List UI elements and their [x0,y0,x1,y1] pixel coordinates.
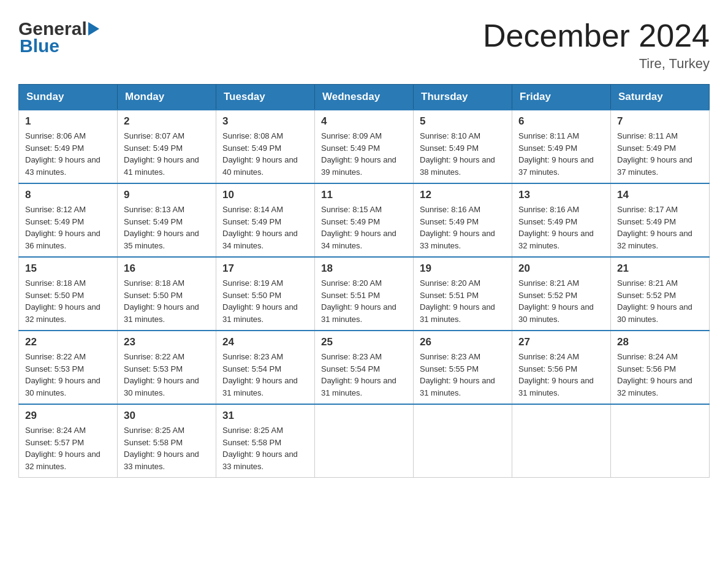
calendar-cell: 7 Sunrise: 8:11 AM Sunset: 5:49 PM Dayli… [611,110,710,183]
calendar-week-5: 29 Sunrise: 8:24 AM Sunset: 5:57 PM Dayl… [19,404,710,478]
day-number: 31 [222,410,308,422]
calendar-cell: 25 Sunrise: 8:23 AM Sunset: 5:54 PM Dayl… [315,331,414,404]
sunset: Sunset: 5:49 PM [321,144,380,153]
sunrise: Sunrise: 8:10 AM [420,131,480,140]
sunset: Sunset: 5:49 PM [518,217,577,226]
day-info: Sunrise: 8:18 AM Sunset: 5:50 PM Dayligh… [25,277,111,325]
calendar-cell [414,404,512,478]
day-info: Sunrise: 8:13 AM Sunset: 5:49 PM Dayligh… [124,204,210,251]
day-info: Sunrise: 8:17 AM Sunset: 5:49 PM Dayligh… [617,204,703,251]
sunset: Sunset: 5:56 PM [518,364,577,373]
calendar-week-4: 22 Sunrise: 8:22 AM Sunset: 5:53 PM Dayl… [19,331,710,404]
day-number: 27 [518,336,604,348]
calendar-week-1: 1 Sunrise: 8:06 AM Sunset: 5:49 PM Dayli… [19,110,710,183]
calendar-header-tuesday: Tuesday [216,85,315,110]
calendar-cell: 2 Sunrise: 8:07 AM Sunset: 5:49 PM Dayli… [118,110,216,183]
sunrise: Sunrise: 8:20 AM [321,278,382,288]
daylight: Daylight: 9 hours and 37 minutes. [617,155,692,177]
calendar-week-3: 15 Sunrise: 8:18 AM Sunset: 5:50 PM Dayl… [19,257,710,331]
calendar-cell: 8 Sunrise: 8:12 AM Sunset: 5:49 PM Dayli… [19,183,118,257]
day-number: 9 [124,189,210,201]
sunrise: Sunrise: 8:14 AM [222,205,283,214]
sunrise: Sunrise: 8:21 AM [617,278,678,288]
calendar-cell: 30 Sunrise: 8:25 AM Sunset: 5:58 PM Dayl… [118,404,216,478]
sunrise: Sunrise: 8:22 AM [124,352,184,361]
sunrise: Sunrise: 8:16 AM [420,205,480,214]
sunset: Sunset: 5:58 PM [222,438,281,447]
daylight: Daylight: 9 hours and 40 minutes. [222,155,298,177]
svg-marker-0 [88,22,99,36]
day-number: 6 [518,115,604,128]
daylight: Daylight: 9 hours and 31 minutes. [321,302,396,324]
calendar-header-monday: Monday [118,85,216,110]
calendar-header-sunday: Sunday [19,85,118,110]
logo: General Blue [18,18,100,56]
day-number: 20 [518,262,604,275]
sunrise: Sunrise: 8:25 AM [124,426,184,435]
calendar-header-thursday: Thursday [414,85,512,110]
calendar-cell: 24 Sunrise: 8:23 AM Sunset: 5:54 PM Dayl… [216,331,315,404]
calendar-table: SundayMondayTuesdayWednesdayThursdayFrid… [18,84,710,478]
day-number: 7 [617,115,703,128]
logo-triangle-icon [88,22,99,36]
calendar-cell: 11 Sunrise: 8:15 AM Sunset: 5:49 PM Dayl… [315,183,414,257]
calendar-cell: 31 Sunrise: 8:25 AM Sunset: 5:58 PM Dayl… [216,404,315,478]
daylight: Daylight: 9 hours and 35 minutes. [124,229,199,250]
calendar-cell [315,404,414,478]
day-info: Sunrise: 8:15 AM Sunset: 5:49 PM Dayligh… [321,204,407,251]
sunset: Sunset: 5:49 PM [222,217,281,226]
sunrise: Sunrise: 8:17 AM [617,205,678,214]
calendar-cell: 13 Sunrise: 8:16 AM Sunset: 5:49 PM Dayl… [512,183,611,257]
calendar-cell: 28 Sunrise: 8:24 AM Sunset: 5:56 PM Dayl… [611,331,710,404]
daylight: Daylight: 9 hours and 32 minutes. [617,229,692,250]
day-info: Sunrise: 8:06 AM Sunset: 5:49 PM Dayligh… [25,130,111,178]
day-info: Sunrise: 8:11 AM Sunset: 5:49 PM Dayligh… [518,130,604,178]
sunset: Sunset: 5:49 PM [25,144,84,153]
sunrise: Sunrise: 8:08 AM [222,131,283,140]
page-header: General Blue December 2024 Tire, Turkey [18,18,710,72]
day-number: 23 [124,336,210,348]
day-info: Sunrise: 8:24 AM Sunset: 5:56 PM Dayligh… [617,351,703,399]
location: Tire, Turkey [483,56,710,72]
daylight: Daylight: 9 hours and 31 minutes. [321,376,396,397]
calendar-cell: 19 Sunrise: 8:20 AM Sunset: 5:51 PM Dayl… [414,257,512,331]
sunrise: Sunrise: 8:24 AM [518,352,579,361]
sunrise: Sunrise: 8:24 AM [25,426,86,435]
calendar-cell: 5 Sunrise: 8:10 AM Sunset: 5:49 PM Dayli… [414,110,512,183]
day-info: Sunrise: 8:16 AM Sunset: 5:49 PM Dayligh… [420,204,506,251]
calendar-cell: 14 Sunrise: 8:17 AM Sunset: 5:49 PM Dayl… [611,183,710,257]
calendar-header-friday: Friday [512,85,611,110]
daylight: Daylight: 9 hours and 32 minutes. [518,229,594,250]
calendar-header-row: SundayMondayTuesdayWednesdayThursdayFrid… [19,85,710,110]
day-info: Sunrise: 8:20 AM Sunset: 5:51 PM Dayligh… [420,277,506,325]
day-number: 14 [617,189,703,201]
sunrise: Sunrise: 8:13 AM [124,205,184,214]
day-number: 30 [124,410,210,422]
daylight: Daylight: 9 hours and 31 minutes. [518,376,594,397]
day-number: 18 [321,262,407,275]
calendar-cell: 21 Sunrise: 8:21 AM Sunset: 5:52 PM Dayl… [611,257,710,331]
day-info: Sunrise: 8:10 AM Sunset: 5:49 PM Dayligh… [420,130,506,178]
day-info: Sunrise: 8:25 AM Sunset: 5:58 PM Dayligh… [222,424,308,472]
daylight: Daylight: 9 hours and 34 minutes. [321,229,396,250]
day-info: Sunrise: 8:22 AM Sunset: 5:53 PM Dayligh… [124,351,210,399]
day-info: Sunrise: 8:21 AM Sunset: 5:52 PM Dayligh… [617,277,703,325]
calendar-cell: 27 Sunrise: 8:24 AM Sunset: 5:56 PM Dayl… [512,331,611,404]
daylight: Daylight: 9 hours and 30 minutes. [25,376,100,397]
daylight: Daylight: 9 hours and 33 minutes. [124,450,199,471]
day-info: Sunrise: 8:22 AM Sunset: 5:53 PM Dayligh… [25,351,111,399]
day-number: 3 [222,115,308,128]
sunset: Sunset: 5:57 PM [25,438,84,447]
daylight: Daylight: 9 hours and 31 minutes. [124,302,199,324]
calendar-cell [512,404,611,478]
sunset: Sunset: 5:54 PM [222,364,281,373]
daylight: Daylight: 9 hours and 32 minutes. [617,376,692,397]
day-number: 13 [518,189,604,201]
day-number: 10 [222,189,308,201]
sunrise: Sunrise: 8:07 AM [124,131,184,140]
day-number: 1 [25,115,111,128]
sunset: Sunset: 5:49 PM [420,217,479,226]
sunset: Sunset: 5:49 PM [321,217,380,226]
sunset: Sunset: 5:52 PM [617,291,676,300]
sunset: Sunset: 5:51 PM [321,291,380,300]
